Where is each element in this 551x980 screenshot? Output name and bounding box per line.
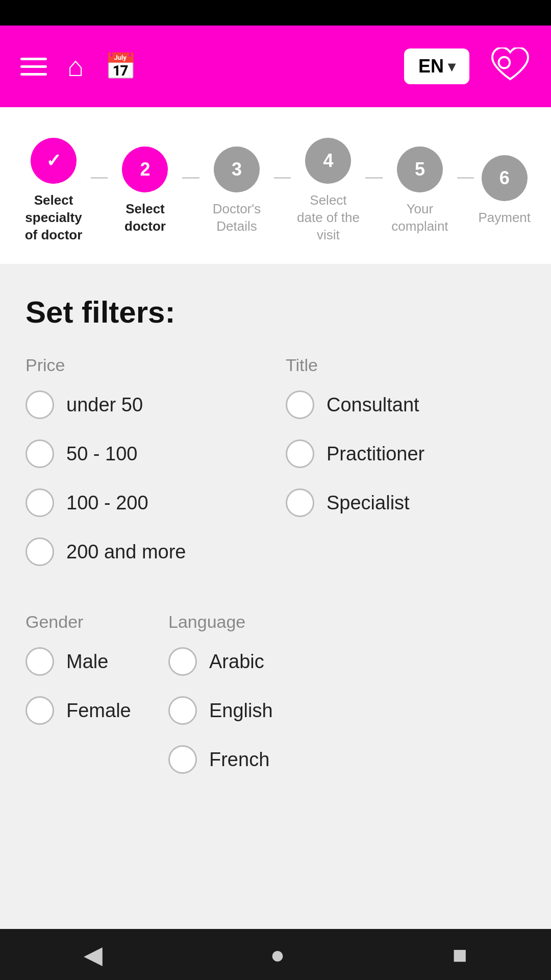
language-english[interactable]: English [168,696,525,725]
gender-male-radio[interactable] [26,647,54,676]
step-connector-4-5 [365,177,382,179]
step-connector-5-6 [457,177,474,179]
step-6-label: Payment [478,209,531,227]
language-french-label: French [209,749,269,771]
title-specialist-label: Specialist [327,492,410,514]
price-under50-radio[interactable] [26,390,54,419]
title-consultant[interactable]: Consultant [286,390,525,419]
step-2: 2 Select doctor [112,146,178,235]
step-2-circle: 2 [122,146,168,192]
title-specialist[interactable]: Specialist [286,488,525,517]
step-1-circle: ✓ [31,138,77,184]
back-button[interactable]: ◀ [84,940,103,969]
step-5: 5 Your complaint [387,146,453,235]
language-label: EN [418,56,444,77]
step-1-label: Select specialty of doctor [20,192,87,243]
price-100to200-label: 100 - 200 [66,492,148,514]
stepper: ✓ Select specialty of doctor 2 Select do… [0,107,551,264]
gender-male[interactable]: Male [26,647,168,676]
svg-point-0 [498,57,510,68]
step-5-circle: 5 [397,146,443,192]
language-arabic[interactable]: Arabic [168,647,525,676]
gender-female-label: Female [66,700,131,722]
step-2-label: Select doctor [112,201,178,235]
language-french-radio[interactable] [168,745,197,774]
language-english-label: English [209,700,273,722]
price-under50-label: under 50 [66,394,143,416]
step-1: ✓ Select specialty of doctor [20,138,87,243]
step-5-label: Your complaint [387,201,453,235]
title-consultant-radio[interactable] [286,390,314,419]
title-filter: Title Consultant Practitioner Specialist [286,355,525,586]
step-6-circle: 6 [482,155,528,201]
language-filter: Language Arabic English French [168,612,525,794]
chevron-down-icon: ▾ [448,58,455,75]
gender-label: Gender [26,612,168,632]
gender-language-filters: Gender Male Female Language Arabic Engli… [26,612,525,794]
step-3: 3 Doctor's Details [204,146,270,235]
page-title: Set filters: [26,295,525,330]
price-label: Price [26,355,265,375]
step-3-label: Doctor's Details [204,201,270,235]
gender-filter: Gender Male Female [26,612,168,794]
calendar-icon[interactable]: 📅 [105,52,136,81]
price-title-filters: Price under 50 50 - 100 100 - 200 200 an… [26,355,525,586]
step-4-label: Select date of the visit [295,192,361,243]
status-bar [0,0,551,26]
bottom-navigation: ◀ ● ■ [0,929,551,980]
step-connector-1-2 [91,177,108,179]
step-4-circle: 4 [305,138,351,184]
price-50to100-label: 50 - 100 [66,443,137,465]
language-label: Language [168,612,525,632]
menu-icon[interactable] [20,58,47,76]
step-3-circle: 3 [214,146,260,192]
price-under50[interactable]: under 50 [26,390,265,419]
step-connector-2-3 [182,177,199,179]
price-50to100-radio[interactable] [26,439,54,468]
language-english-radio[interactable] [168,696,197,725]
step-6: 6 Payment [478,155,531,227]
gender-male-label: Male [66,651,108,673]
step-4: 4 Select date of the visit [295,138,361,243]
price-200more-radio[interactable] [26,537,54,566]
gender-female[interactable]: Female [26,696,168,725]
price-100to200[interactable]: 100 - 200 [26,488,265,517]
title-filter-label: Title [286,355,525,375]
title-practitioner-label: Practitioner [327,443,424,465]
price-200more[interactable]: 200 and more [26,537,265,566]
header: ⌂ 📅 EN ▾ [0,26,551,107]
language-selector[interactable]: EN ▾ [404,48,469,84]
step-connector-3-4 [274,177,291,179]
price-100to200-radio[interactable] [26,488,54,517]
price-filter: Price under 50 50 - 100 100 - 200 200 an… [26,355,265,586]
title-practitioner[interactable]: Practitioner [286,439,525,468]
title-specialist-radio[interactable] [286,488,314,517]
home-icon[interactable]: ⌂ [67,51,84,82]
language-french[interactable]: French [168,745,525,774]
price-200more-label: 200 and more [66,541,186,563]
title-practitioner-radio[interactable] [286,439,314,468]
recents-button[interactable]: ■ [453,941,467,969]
language-arabic-radio[interactable] [168,647,197,676]
language-arabic-label: Arabic [209,651,264,673]
gender-female-radio[interactable] [26,696,54,725]
price-50to100[interactable]: 50 - 100 [26,439,265,468]
main-content: Set filters: Price under 50 50 - 100 100… [0,264,551,929]
title-consultant-label: Consultant [327,394,419,416]
heart-logo [490,47,531,85]
home-button[interactable]: ● [270,941,285,969]
